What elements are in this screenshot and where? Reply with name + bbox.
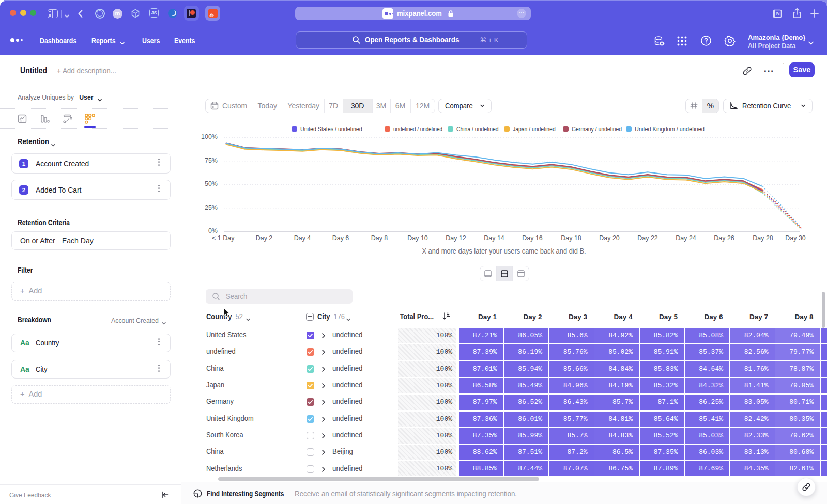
svg-text:N: N bbox=[776, 10, 780, 17]
